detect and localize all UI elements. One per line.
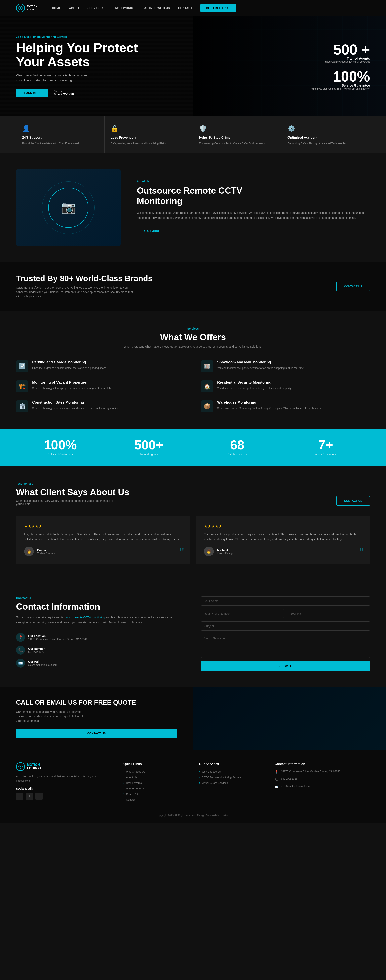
footer-quick-links: Quick Links Why Choose Us About Us How I… bbox=[123, 762, 187, 802]
facebook-icon[interactable]: f bbox=[16, 792, 23, 800]
navigation: MOTION LOOKOUT HOME ABOUT SERVICE ▼ HOW … bbox=[0, 0, 386, 16]
shield-icon: 🛡️ bbox=[199, 124, 275, 132]
testimonial-author: 👩 Emma Medical Assistant bbox=[24, 547, 182, 556]
footer-logo-text: MOTION LOOKOUT bbox=[27, 763, 43, 770]
warehouse-icon: 📦 bbox=[201, 401, 213, 412]
mail-icon: ✉️ bbox=[274, 785, 279, 789]
nav-about[interactable]: ABOUT bbox=[69, 6, 80, 10]
cta-image bbox=[193, 687, 386, 750]
learn-more-button[interactable]: LEARN MORE bbox=[16, 89, 48, 97]
read-more-button[interactable]: READ MORE bbox=[137, 226, 166, 235]
submit-button[interactable]: SUBMIT bbox=[201, 661, 370, 671]
testimonial-text: I highly recommend Reliable Security and… bbox=[24, 532, 182, 542]
vacant-icon: 🏗️ bbox=[16, 380, 28, 392]
hero-buttons: LEARN MORE Call Us 657-272-1926 bbox=[16, 89, 157, 97]
name-input[interactable] bbox=[201, 597, 370, 606]
nav-how-it-works[interactable]: HOW IT WORKS bbox=[112, 6, 134, 10]
about-desc: Welcome to Motion Lookout, your trusted … bbox=[137, 210, 370, 221]
services-tag: Services bbox=[16, 327, 370, 330]
services-title: What We Offers bbox=[16, 332, 370, 342]
lock-icon: 🔒 bbox=[110, 124, 187, 132]
location-icon: 📍 bbox=[274, 770, 279, 774]
camera-visual: 📷 bbox=[48, 188, 88, 228]
feature-title: 24/7 Support bbox=[22, 136, 98, 139]
list-item: Virtual Guard Services bbox=[199, 781, 263, 784]
testimonials-header: Testimonials What Client Says About Us C… bbox=[16, 482, 370, 506]
feature-loss-prevention: 🔒 Loss Prevention Safeguarding Your Asse… bbox=[105, 116, 193, 153]
nav-home[interactable]: HOME bbox=[52, 6, 61, 10]
testimonial-emma: ★★★★★ I highly recommend Reliable Securi… bbox=[16, 516, 190, 564]
feature-desc: Round the Clock Assistance for Your Ever… bbox=[22, 142, 98, 145]
hero-content: 24 / 7 Live Remote Monitoring Service He… bbox=[16, 35, 157, 98]
author-role: Medical Assistant bbox=[37, 552, 56, 555]
hero-title: Helping You Protect Your Assets bbox=[16, 41, 157, 69]
phone-icon: 📞 bbox=[274, 778, 279, 781]
footer-services: Our Services Why Choose Us CCTV Remote M… bbox=[199, 762, 263, 802]
contact-info-items: 📍 Our Location 14275 Commerce Drive, Gar… bbox=[16, 633, 185, 668]
hero-tag: 24 / 7 Live Remote Monitoring Service bbox=[16, 35, 157, 38]
cta-contact-button[interactable]: CONTACT US bbox=[16, 729, 177, 738]
service-desc: Smart technology, such as sensors and ca… bbox=[32, 406, 120, 410]
contact-mail: ✉️ Our Mail alex@motionlookout.com bbox=[16, 659, 185, 668]
services-desc: When protecting what matters most, Motio… bbox=[16, 345, 370, 348]
quote-icon: " bbox=[360, 546, 364, 558]
list-item: Partner With Us bbox=[123, 787, 187, 790]
contact-desc: To discuss your security requirements, h… bbox=[16, 615, 185, 625]
service-desc: You can monitor occupancy per floor or a… bbox=[217, 366, 305, 370]
feature-title: Loss Prevention bbox=[110, 136, 187, 139]
email-input[interactable] bbox=[287, 609, 370, 618]
list-item: Contact bbox=[123, 798, 187, 802]
social-icons: f t in bbox=[16, 792, 112, 800]
stars-icon: ★★★★★ bbox=[204, 524, 362, 528]
feature-support: 👤 24/7 Support Round the Clock Assistanc… bbox=[16, 116, 105, 153]
footer-logo: MOTION LOOKOUT bbox=[16, 762, 112, 771]
nav-service[interactable]: SERVICE ▼ bbox=[88, 6, 103, 10]
chevron-down-icon: ▼ bbox=[101, 7, 103, 9]
nav-contact[interactable]: CONTACT bbox=[178, 6, 192, 10]
cctv-link[interactable]: how to remote CCTV monitoring bbox=[65, 616, 105, 619]
phone-icon: 📞 bbox=[16, 646, 25, 655]
author-role: Project Manager bbox=[217, 552, 234, 555]
feature-desc: Safeguarding Your Assets and Minimizing … bbox=[110, 142, 187, 145]
stats-bar: 100% Satisfied Customers 500+ Trained ag… bbox=[0, 428, 386, 466]
trusted-title: Trusted By 80+ World-Class Brands bbox=[16, 274, 152, 283]
footer-contact: Contact Information 📍 14275 Commerce Dri… bbox=[274, 762, 370, 802]
contact-location: 📍 Our Location 14275 Commerce Drive, Gar… bbox=[16, 633, 185, 642]
instagram-icon[interactable]: in bbox=[35, 792, 43, 800]
contact-phone: 📞 Our Number 657-272-1926 bbox=[16, 646, 185, 655]
footer-logo-icon bbox=[16, 762, 25, 771]
quote-icon: " bbox=[180, 546, 184, 558]
support-icon: 👤 bbox=[22, 124, 98, 132]
showroom-icon: 🏬 bbox=[201, 360, 213, 372]
testimonials-tag: Testimonials bbox=[16, 482, 129, 485]
avatar: 👨 bbox=[204, 547, 214, 556]
subject-input[interactable] bbox=[201, 621, 370, 631]
service-title: Residential Security Monitoring bbox=[217, 380, 292, 385]
testimonials-contact-button[interactable]: CONTACT US bbox=[337, 496, 370, 506]
nav-partner[interactable]: PARTNER WITH US bbox=[142, 6, 170, 10]
contact-info: Contact Us Contact Information To discus… bbox=[16, 597, 185, 671]
twitter-icon[interactable]: t bbox=[26, 792, 33, 800]
list-item: Why Choose Us bbox=[199, 770, 263, 773]
footer-about: MOTION LOOKOUT At Motion Lookout, we und… bbox=[16, 762, 112, 802]
service-desc: Once the in-ground sensors detect the st… bbox=[32, 366, 107, 370]
testimonials-title: What Client Says About Us bbox=[16, 487, 129, 497]
features-strip: 👤 24/7 Support Round the Clock Assistanc… bbox=[0, 116, 386, 153]
cta-left: CALL OR EMAIL US FOR FREE QUOTE Our team… bbox=[0, 687, 193, 750]
trusted-contact-button[interactable]: CONTACT US bbox=[337, 282, 370, 291]
services-grid: 🅿️ Parking and Garage Monitoring Once th… bbox=[16, 360, 370, 412]
get-free-trial-button[interactable]: GET FREE TRIAL bbox=[201, 4, 236, 12]
footer-contact-items: 📍 14275 Commerce Drive, Garden Grove , C… bbox=[274, 770, 370, 789]
logo[interactable]: MOTION LOOKOUT bbox=[16, 4, 40, 13]
author-name: Michael bbox=[217, 549, 234, 552]
service-showroom: 🏬 Showroom and Mall Monitoring You can m… bbox=[201, 360, 370, 372]
stat-establishments: 68 Establishments bbox=[193, 439, 281, 456]
service-title: Warehouse Monitoring bbox=[217, 401, 321, 405]
about-title: Outsource Remote CCTV Monitoring bbox=[137, 185, 370, 207]
message-input[interactable] bbox=[201, 634, 370, 658]
list-item: About Us bbox=[123, 775, 187, 779]
phone-input[interactable] bbox=[201, 609, 284, 618]
contact-tag: Contact Us bbox=[16, 597, 185, 600]
footer-mail: ✉️ alex@motionlookout.com bbox=[274, 784, 370, 789]
about-section: 📷 About Us Outsource Remote CCTV Monitor… bbox=[0, 153, 386, 262]
